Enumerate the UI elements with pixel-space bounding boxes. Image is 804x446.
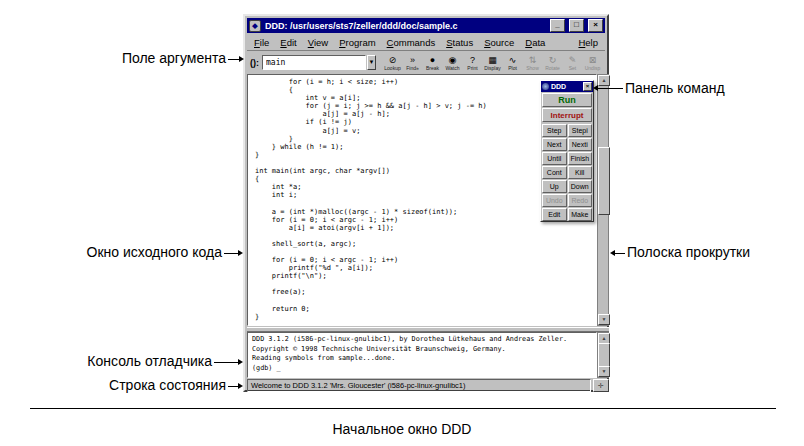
argument-label: ():	[250, 58, 259, 68]
status-grip-icon[interactable]: ✛	[593, 379, 609, 392]
show-button[interactable]: ⇅Show	[523, 52, 542, 73]
rotate-icon: ↻	[549, 55, 557, 65]
label-debugger-console: Консоль отладчика	[26, 353, 212, 369]
source-line	[255, 297, 596, 305]
watch-icon: ◉	[449, 55, 457, 65]
menu-view[interactable]: View	[308, 37, 328, 48]
menu-data[interactable]: Data	[525, 37, 545, 48]
menu-edit[interactable]: Edit	[280, 37, 296, 48]
command-tool-panel: DDD × Run Interrupt StepStepiNextNextiUn…	[540, 80, 594, 222]
callout-line	[614, 253, 625, 254]
cmd-edit-button[interactable]: Edit	[542, 208, 567, 221]
menu-bar: FileEditViewProgramCommandsStatusSourceD…	[247, 34, 605, 51]
console-line: Copyright © 1998 Technische Universität …	[252, 345, 596, 355]
status-line: Welcome to DDD 3.1.2 'Mrs. Gloucester' (…	[247, 379, 591, 392]
close-button[interactable]: ×	[588, 19, 603, 32]
callout-line	[214, 362, 239, 363]
arrow-icon	[593, 85, 598, 91]
command-tool-close-icon[interactable]: ×	[583, 82, 592, 91]
debugger-console[interactable]: DDD 3.1.2 (i586-pc-linux-gnulibc1), by D…	[247, 332, 597, 378]
cmd-step-button[interactable]: Step	[542, 124, 567, 137]
label-argument-field: Поле аргумента	[40, 50, 226, 66]
menu-commands[interactable]: Commands	[387, 37, 436, 48]
argument-row: (): ▼ ⊘Lookup»Find»●Break◉Watch?Print▦Di…	[247, 51, 605, 75]
label-status-line: Строка состояния	[40, 377, 226, 393]
source-line: a[i] = atoi(argv[i + 1]);	[255, 224, 596, 232]
window-title: DDD: /usr/users/sts7/zeller/ddd/doc/samp…	[265, 21, 546, 31]
arrow-icon	[610, 250, 615, 256]
print-icon: ?	[470, 55, 475, 65]
console-scrollbar[interactable]: ▲ ▼	[597, 332, 609, 378]
menu-source[interactable]: Source	[484, 37, 514, 48]
console-line: (gdb) _	[252, 364, 596, 374]
source-line: for (i = 0; i < argc - 1; i++)	[255, 256, 596, 264]
cmd-finish-button[interactable]: Finish	[568, 152, 593, 165]
plot-icon: ∿	[509, 55, 517, 65]
arrow-icon	[238, 383, 243, 389]
plot-label: Plot	[508, 65, 517, 71]
undisp-label: Undisp	[585, 65, 601, 71]
arrow-icon	[238, 359, 243, 365]
scroll-down-icon[interactable]: ▼	[598, 366, 610, 377]
menu-help[interactable]: Help	[578, 37, 598, 48]
cmd-kill-button[interactable]: Kill	[568, 166, 593, 179]
set-button[interactable]: ✎Set	[563, 52, 582, 73]
menu-file[interactable]: File	[254, 37, 269, 48]
cmd-cont-button[interactable]: Cont	[542, 166, 567, 179]
set-icon: ✎	[569, 55, 577, 65]
argument-input[interactable]	[262, 55, 366, 70]
command-tool-titlebar[interactable]: DDD ×	[541, 81, 593, 92]
source-line: free(a);	[255, 288, 596, 296]
show-label: Show	[526, 65, 539, 71]
set-label: Set	[569, 65, 577, 71]
print-button[interactable]: ?Print	[463, 52, 482, 73]
print-label: Print	[467, 65, 477, 71]
source-line: return 0;	[255, 305, 596, 313]
source-scrollbar-thumb[interactable]	[598, 147, 610, 215]
maximize-button[interactable]: □	[569, 19, 584, 32]
console-scrollbar-thumb[interactable]	[598, 343, 610, 367]
callout-line	[224, 253, 239, 254]
source-line	[255, 248, 596, 256]
display-label: Display	[484, 65, 500, 71]
cmd-until-button[interactable]: Until	[542, 152, 567, 165]
find-button[interactable]: »Find»	[403, 52, 422, 73]
lookup-button[interactable]: ⊘Lookup	[383, 52, 402, 73]
interrupt-button[interactable]: Interrupt	[542, 108, 592, 122]
cmd-undo-button[interactable]: Undo	[542, 194, 567, 207]
label-scrollbar: Полоска прокрутки	[627, 244, 750, 260]
watch-label: Watch	[446, 65, 460, 71]
console-line: DDD 3.1.2 (i586-pc-linux-gnulibc1), by D…	[252, 335, 596, 345]
console-line: Reading symbols from sample...done.	[252, 354, 596, 364]
minimize-button[interactable]: _	[550, 19, 565, 32]
scroll-down-icon[interactable]: ▼	[598, 314, 610, 325]
break-button[interactable]: ●Break	[423, 52, 442, 73]
menu-program[interactable]: Program	[339, 37, 375, 48]
undisp-button[interactable]: ⊠Undisp	[583, 52, 602, 73]
cmd-nexti-button[interactable]: Nexti	[568, 138, 593, 151]
argument-dropdown-icon[interactable]: ▼	[367, 55, 376, 70]
break-label: Break	[426, 65, 439, 71]
cmd-redo-button[interactable]: Redo	[568, 194, 593, 207]
command-tool-title: DDD	[551, 83, 581, 90]
cmd-make-button[interactable]: Make	[568, 208, 593, 221]
title-bar[interactable]: ◆ DDD: /usr/users/sts7/zeller/ddd/doc/sa…	[247, 18, 605, 33]
run-button[interactable]: Run	[542, 93, 592, 107]
break-icon: ●	[430, 55, 435, 65]
cmd-down-button[interactable]: Down	[568, 180, 593, 193]
plot-button[interactable]: ∿Plot	[503, 52, 522, 73]
watch-button[interactable]: ◉Watch	[443, 52, 462, 73]
menu-status[interactable]: Status	[446, 37, 473, 48]
scroll-up-icon[interactable]: ▲	[598, 75, 610, 86]
cmd-stepi-button[interactable]: Stepi	[568, 124, 593, 137]
arrow-icon	[239, 56, 244, 62]
source-line	[255, 232, 596, 240]
rotate-label: Rotate	[545, 65, 560, 71]
display-button[interactable]: ▦Display	[483, 52, 502, 73]
source-scrollbar[interactable]: ▲ ▼	[597, 74, 609, 326]
window-icon: ◆	[249, 20, 261, 32]
rotate-button[interactable]: ↻Rotate	[543, 52, 562, 73]
status-text: Welcome to DDD 3.1.2 'Mrs. Gloucester' (…	[251, 381, 465, 390]
cmd-up-button[interactable]: Up	[542, 180, 567, 193]
cmd-next-button[interactable]: Next	[542, 138, 567, 151]
